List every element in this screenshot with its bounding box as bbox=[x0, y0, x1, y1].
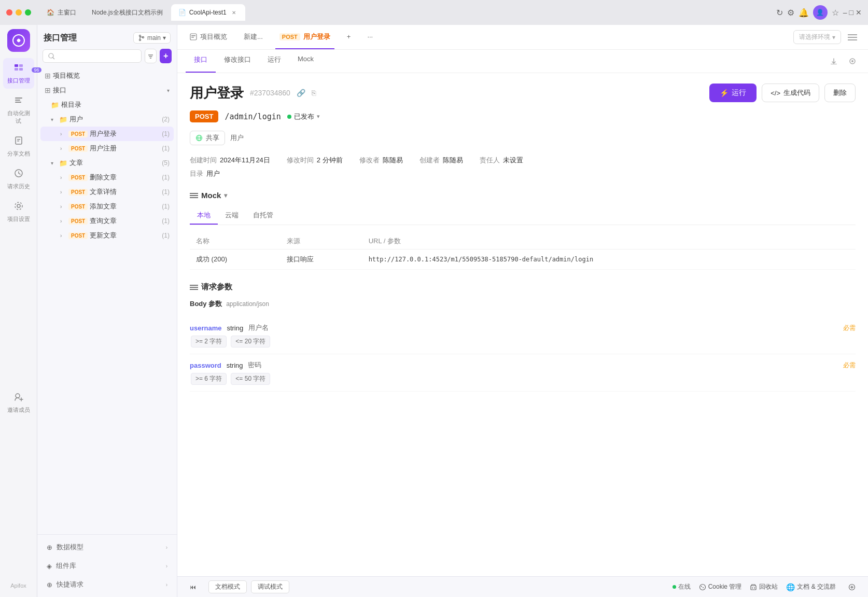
svg-point-44 bbox=[703, 587, 704, 588]
maximize-icon[interactable]: □ bbox=[849, 8, 853, 17]
close-icon[interactable]: ✕ bbox=[856, 8, 862, 17]
user-register-method: POST bbox=[68, 145, 88, 152]
user-avatar[interactable]: 👤 bbox=[813, 5, 828, 20]
settings-label: 项目设置 bbox=[7, 215, 30, 223]
sidebar-item-query-article[interactable]: › POST 查询文章 (1) bbox=[40, 214, 174, 228]
tab-nodejs[interactable]: Node.js全栈接口文档示例 bbox=[85, 4, 170, 21]
footer-more-icon bbox=[848, 584, 856, 591]
download-icon-btn[interactable] bbox=[827, 54, 841, 68]
svg-rect-4 bbox=[15, 68, 18, 71]
sidebar-item-overview[interactable]: ⊞ 项目概览 bbox=[40, 68, 174, 83]
generate-code-button[interactable]: </> 生成代码 bbox=[762, 84, 819, 102]
meta-modified: 修改时间 2 分钟前 bbox=[287, 156, 343, 165]
component-lib-item[interactable]: ◈ 组件库 › bbox=[43, 559, 172, 573]
overview-tab-label: 项目概览 bbox=[200, 32, 227, 41]
link-icon[interactable]: 🔗 bbox=[297, 89, 305, 97]
debug-mode-btn[interactable]: 调试模式 bbox=[251, 580, 289, 593]
sidebar: 接口管理 main ▾ bbox=[37, 25, 177, 597]
sidebar-item-root[interactable]: 📁 根目录 bbox=[40, 98, 174, 112]
nav-item-history[interactable]: 请求历史 bbox=[3, 164, 34, 195]
minimize-icon[interactable]: – bbox=[843, 8, 847, 17]
nav-item-share-doc[interactable]: 分享文档 bbox=[3, 131, 34, 162]
sidebar-item-delete-article[interactable]: › POST 删除文章 (1) bbox=[40, 170, 174, 185]
sidebar-item-article-detail[interactable]: › POST 文章详情 (1) bbox=[40, 185, 174, 199]
refresh-icon[interactable]: ↻ bbox=[776, 8, 783, 18]
mock-tab-cloud[interactable]: 云端 bbox=[218, 207, 246, 225]
mock-tab-self-hosted[interactable]: 自托管 bbox=[246, 207, 281, 225]
delete-button[interactable]: 删除 bbox=[824, 84, 856, 102]
status-dropdown-icon[interactable]: ▾ bbox=[317, 113, 320, 120]
mock-cell-url[interactable]: http://127.0.0.1:4523/m1/5509538-5185790… bbox=[362, 249, 856, 270]
tab-overview[interactable]: 项目概览 bbox=[186, 25, 231, 49]
tab-close-btn[interactable]: ✕ bbox=[230, 8, 238, 17]
branch-dropdown-icon: ▾ bbox=[163, 34, 166, 41]
footer-online-status[interactable]: 在线 bbox=[673, 582, 691, 591]
env-selector[interactable]: 请选择环境 ▾ bbox=[793, 30, 841, 44]
community-label: 文档 & 交流群 bbox=[797, 582, 836, 591]
nav-item-settings[interactable]: 项目设置 bbox=[3, 197, 34, 227]
share-button[interactable]: 共享 bbox=[190, 131, 225, 145]
nav-item-invite[interactable]: 邀请成员 bbox=[3, 387, 34, 418]
svg-line-20 bbox=[53, 57, 55, 59]
copy-icon[interactable]: ⎘ bbox=[312, 89, 316, 97]
quick-request-item[interactable]: ⊕ 快捷请求 › bbox=[43, 577, 172, 592]
user-login-arrow: › bbox=[60, 131, 66, 137]
bell-icon[interactable]: 🔔 bbox=[799, 8, 809, 18]
tab-home[interactable]: 🏠 主窗口 bbox=[39, 4, 83, 21]
star-icon[interactable]: ☆ bbox=[832, 8, 839, 18]
branch-selector[interactable]: main ▾ bbox=[133, 32, 171, 44]
data-model-item[interactable]: ⊕ 数据模型 › bbox=[43, 540, 172, 554]
sidebar-tree: ⊞ 项目概览 ⊞ 接口 ▾ 📁 根目录 ▾ 📁 用户 (2) bbox=[37, 68, 177, 534]
mock-tab-local[interactable]: 本地 bbox=[190, 207, 218, 225]
directory-value: 用户 bbox=[206, 169, 220, 178]
tab-new[interactable]: 新建... bbox=[240, 25, 267, 49]
sub-tab-modify[interactable]: 修改接口 bbox=[216, 50, 259, 73]
add-button[interactable]: + bbox=[160, 49, 172, 63]
svg-point-1 bbox=[17, 39, 20, 42]
settings-nav-icon bbox=[13, 201, 24, 214]
tab-post-user-login[interactable]: POST 用户登录 bbox=[275, 25, 334, 49]
footer-community-btn[interactable]: 🌐 文档 & 交流群 bbox=[786, 582, 836, 591]
param-password-required: 必需 bbox=[843, 361, 856, 370]
window-max-btn[interactable] bbox=[25, 9, 31, 16]
tab-coolapi[interactable]: 📄 CoolApi-test1 ✕ bbox=[171, 4, 245, 21]
svg-rect-30 bbox=[831, 64, 837, 64]
footer-back-btn[interactable]: ⏮ bbox=[186, 581, 200, 593]
footer-recycle-btn[interactable]: 回收站 bbox=[750, 582, 778, 591]
sidebar-item-update-article[interactable]: › POST 更新文章 (1) bbox=[40, 228, 174, 243]
interface-tree-icon: ⊞ bbox=[45, 86, 51, 94]
hamburger-btn[interactable] bbox=[845, 30, 860, 45]
user-register-count: (1) bbox=[162, 145, 170, 152]
sub-tab-interface[interactable]: 接口 bbox=[186, 50, 216, 73]
nav-item-interface[interactable]: 接口管理 96 bbox=[3, 58, 34, 89]
doc-mode-btn[interactable]: 文档模式 bbox=[208, 580, 247, 593]
run-button[interactable]: ⚡ 运行 bbox=[709, 84, 757, 102]
window-close-btn[interactable] bbox=[6, 9, 12, 16]
sidebar-item-interface[interactable]: ⊞ 接口 ▾ bbox=[40, 83, 174, 98]
sidebar-folder-article[interactable]: ▾ 📁 文章 (5) bbox=[40, 156, 174, 170]
settings-icon-btn[interactable] bbox=[845, 54, 860, 68]
mock-section-header[interactable]: Mock ▾ bbox=[190, 191, 856, 200]
search-box[interactable] bbox=[43, 49, 142, 63]
history-label: 请求历史 bbox=[7, 183, 30, 190]
tab-more[interactable]: ··· bbox=[363, 25, 377, 49]
nav-item-auto-test[interactable]: 自动化测试 bbox=[3, 91, 34, 129]
params-section-header[interactable]: 请求参数 bbox=[190, 282, 856, 292]
sub-tab-run[interactable]: 运行 bbox=[259, 50, 289, 73]
search-input[interactable] bbox=[58, 52, 136, 60]
data-model-icon: ⊕ bbox=[47, 544, 52, 551]
filter-icon bbox=[147, 53, 154, 60]
sidebar-item-user-login[interactable]: › POST 用户登录 (1) bbox=[40, 127, 174, 141]
sidebar-item-add-article[interactable]: › POST 添加文章 (1) bbox=[40, 199, 174, 214]
param-password-type: string bbox=[227, 362, 243, 369]
footer-more-btn[interactable] bbox=[844, 581, 860, 593]
sub-tab-mock[interactable]: Mock bbox=[289, 50, 322, 73]
creator-value: 陈随易 bbox=[443, 156, 463, 165]
sidebar-item-user-register[interactable]: › POST 用户注册 (1) bbox=[40, 141, 174, 156]
tab-add[interactable]: + bbox=[343, 25, 355, 49]
footer-cookie-btn[interactable]: Cookie 管理 bbox=[699, 582, 742, 591]
settings-icon[interactable]: ⚙ bbox=[787, 8, 794, 18]
window-min-btn[interactable] bbox=[16, 9, 22, 16]
filter-button[interactable] bbox=[145, 49, 157, 63]
sidebar-folder-user[interactable]: ▾ 📁 用户 (2) bbox=[40, 112, 174, 127]
